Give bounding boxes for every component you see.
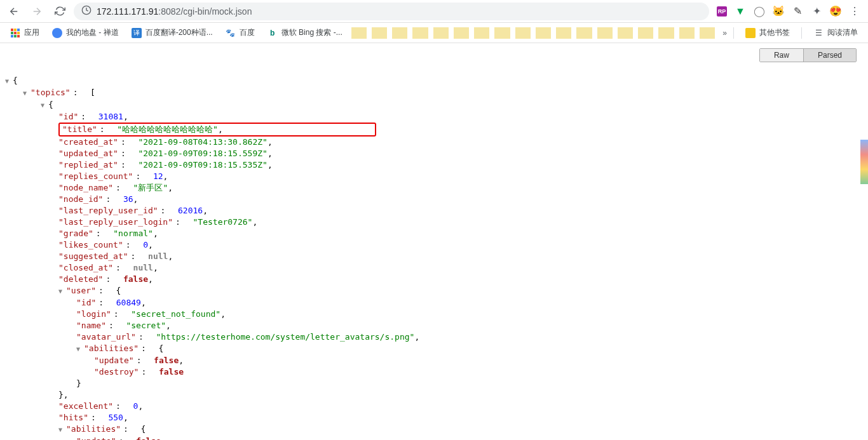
json-key: "excellent" bbox=[58, 401, 113, 411]
json-value: "Tester0726" bbox=[193, 217, 253, 227]
caret-icon[interactable]: ▼ bbox=[76, 343, 83, 355]
json-key: "last_reply_user_login" bbox=[58, 217, 173, 227]
svg-rect-1 bbox=[11, 29, 13, 31]
json-viewer-content[interactable]: Raw Parsed ▼{ ▼"topics": [ ▼{ "id": 3108… bbox=[0, 43, 868, 440]
bookmark-folder[interactable] bbox=[536, 27, 551, 39]
json-value: "哈哈哈哈哈哈哈哈哈哈哈" bbox=[117, 124, 218, 134]
browser-toolbar: 172.111.171.91:8082/cgi-bin/mock.json RP… bbox=[0, 0, 868, 23]
bookmark-label: 我的地盘 - 禅道 bbox=[66, 27, 119, 38]
json-key: "update" bbox=[94, 356, 134, 365]
json-key: "id" bbox=[76, 298, 96, 307]
bookmark-label: 微软 Bing 搜索 -... bbox=[281, 27, 342, 38]
caret-icon[interactable]: ▼ bbox=[58, 424, 65, 436]
bookmarks-overflow-icon[interactable]: » bbox=[719, 29, 731, 37]
caret-icon[interactable]: ▼ bbox=[5, 76, 11, 87]
bookmark-folder[interactable] bbox=[618, 27, 633, 39]
json-key: "deleted" bbox=[58, 274, 103, 284]
bookmark-folder[interactable] bbox=[474, 27, 489, 39]
json-key: "replies_count" bbox=[58, 171, 133, 181]
json-key: "created_at" bbox=[58, 137, 118, 147]
menu-icon[interactable]: ⋮ bbox=[849, 6, 860, 17]
caret-icon[interactable]: ▼ bbox=[41, 100, 47, 111]
bookmark-item[interactable]: 译百度翻译-200种语... bbox=[126, 25, 218, 41]
json-key: "topics" bbox=[31, 88, 71, 97]
json-tree: ▼{ ▼"topics": [ ▼{ "id": 31081, "title":… bbox=[0, 43, 868, 440]
json-key: "destroy" bbox=[94, 367, 139, 377]
svg-rect-5 bbox=[14, 32, 17, 34]
separator bbox=[733, 27, 734, 39]
ext-icon-face[interactable]: 😍 bbox=[830, 6, 841, 17]
site-info-icon[interactable] bbox=[81, 5, 92, 17]
ext-icon-cat[interactable]: 🐱 bbox=[773, 6, 784, 17]
ext-icon-picker[interactable]: ✎ bbox=[792, 6, 803, 17]
bookmark-folder[interactable] bbox=[454, 27, 469, 39]
ext-icon-rp[interactable]: RP bbox=[717, 6, 727, 17]
json-value: false bbox=[154, 356, 179, 365]
json-value: 0 bbox=[143, 240, 148, 250]
bookmark-item[interactable]: b微软 Bing 搜索 -... bbox=[262, 25, 348, 41]
extensions-puzzle-icon[interactable]: ✦ bbox=[811, 6, 822, 17]
reload-button[interactable] bbox=[51, 3, 69, 20]
highlighted-row: "title": "哈哈哈哈哈哈哈哈哈哈哈", bbox=[58, 123, 376, 137]
json-value: 36 bbox=[123, 194, 133, 204]
json-value: 12 bbox=[153, 171, 163, 181]
bookmark-folder[interactable] bbox=[576, 27, 592, 39]
json-value: null bbox=[148, 251, 168, 261]
json-key: "grade" bbox=[58, 229, 93, 238]
bookmark-folder[interactable] bbox=[638, 27, 653, 39]
json-value: false bbox=[123, 274, 148, 284]
json-value: "secret_not_found" bbox=[131, 309, 220, 319]
json-key: "avatar_url" bbox=[76, 332, 136, 342]
bookmark-folder[interactable] bbox=[679, 27, 695, 39]
json-value: 550 bbox=[108, 413, 123, 422]
favicon-icon: 译 bbox=[132, 28, 142, 38]
bookmark-folder[interactable] bbox=[351, 27, 367, 39]
bookmark-folder[interactable] bbox=[597, 27, 613, 39]
other-bookmarks[interactable]: 其他书签 bbox=[740, 25, 795, 41]
back-button[interactable] bbox=[5, 3, 23, 20]
bookmark-item[interactable]: 我的地盘 - 禅道 bbox=[47, 25, 124, 41]
bookmark-folder[interactable] bbox=[658, 27, 674, 39]
json-key: "last_reply_user_id" bbox=[58, 206, 158, 215]
parsed-button[interactable]: Parsed bbox=[803, 49, 856, 62]
bookmark-label: 百度 bbox=[240, 27, 255, 38]
json-key: "user" bbox=[66, 286, 96, 295]
bookmark-folder[interactable] bbox=[392, 27, 407, 39]
bookmark-label: 百度翻译-200种语... bbox=[146, 27, 213, 38]
json-value: "2021-09-08T04:13:30.862Z" bbox=[138, 137, 268, 147]
bookmark-folder[interactable] bbox=[433, 27, 449, 39]
folder-icon bbox=[745, 28, 756, 38]
json-value: "https://testerhome.com/system/letter_av… bbox=[156, 332, 414, 342]
svg-rect-3 bbox=[17, 29, 20, 31]
apps-shortcut[interactable]: 应用 bbox=[5, 25, 44, 41]
forward-button[interactable] bbox=[28, 3, 46, 20]
caret-icon[interactable]: ▼ bbox=[23, 88, 29, 99]
ext-icon-circle[interactable]: ◯ bbox=[754, 6, 765, 17]
reading-list[interactable]: ☰阅读清单 bbox=[808, 25, 863, 41]
ext-icon-shield[interactable]: ▼ bbox=[735, 6, 746, 17]
json-value: "secret" bbox=[126, 321, 166, 330]
caret-icon[interactable]: ▼ bbox=[58, 286, 65, 297]
bookmark-item[interactable]: 🐾百度 bbox=[220, 25, 260, 41]
json-key: "name" bbox=[76, 321, 106, 330]
apps-label: 应用 bbox=[24, 27, 39, 38]
bookmark-folder[interactable] bbox=[700, 27, 715, 39]
bookmark-folder[interactable] bbox=[515, 27, 531, 39]
raw-button[interactable]: Raw bbox=[760, 49, 803, 62]
address-bar[interactable]: 172.111.171.91:8082/cgi-bin/mock.json bbox=[74, 3, 709, 20]
svg-rect-4 bbox=[11, 32, 13, 34]
json-key: "updated_at" bbox=[58, 149, 118, 158]
svg-rect-9 bbox=[17, 35, 20, 37]
json-value: "新手区" bbox=[133, 183, 168, 192]
apps-icon bbox=[10, 28, 20, 38]
bookmark-folder[interactable] bbox=[556, 27, 571, 39]
bookmark-folder[interactable] bbox=[412, 27, 428, 39]
bookmark-folder[interactable] bbox=[494, 27, 510, 39]
json-key: "title" bbox=[62, 124, 97, 134]
json-value: 62016 bbox=[178, 206, 203, 215]
json-key: "node_id" bbox=[58, 194, 103, 204]
json-value: "normal" bbox=[113, 229, 153, 238]
url-text: 172.111.171.91:8082/cgi-bin/mock.json bbox=[97, 6, 252, 17]
json-key: "likes_count" bbox=[58, 240, 123, 250]
bookmark-folder[interactable] bbox=[372, 27, 387, 39]
